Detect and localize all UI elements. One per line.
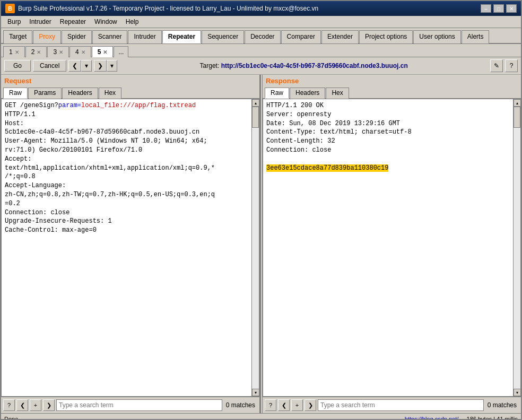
flag-value: 3ee63e15cdace8a77d839ba110380c19	[266, 164, 388, 172]
menu-burp[interactable]: Burp	[3, 17, 25, 27]
cancel-button[interactable]: Cancel	[33, 60, 66, 72]
request-tab-headers[interactable]: Headers	[62, 88, 98, 99]
subtab-1-close[interactable]: ✕	[15, 49, 19, 55]
response-search-next-up[interactable]: +	[291, 399, 303, 411]
subtab-3-close[interactable]: ✕	[59, 49, 63, 55]
subtab-1-label: 1	[9, 48, 13, 56]
tab-user-options[interactable]: User options	[413, 30, 460, 43]
request-search-bar: ? ❮ + ❯ 0 matches	[1, 397, 259, 413]
maximize-button[interactable]: □	[493, 4, 504, 13]
subtab-4[interactable]: 4 ✕	[69, 46, 91, 57]
response-tab-hex[interactable]: Hex	[326, 88, 349, 99]
go-button[interactable]: Go	[4, 60, 31, 72]
request-tab-hex[interactable]: Hex	[99, 88, 121, 99]
subtab-5-close[interactable]: ✕	[103, 49, 107, 55]
tab-extender[interactable]: Extender	[321, 30, 359, 43]
response-search-prev[interactable]: ❮	[278, 399, 290, 411]
forward-button[interactable]: ❯	[94, 60, 107, 72]
menu-intruder[interactable]: Intruder	[25, 17, 55, 27]
tab-alerts[interactable]: Alerts	[462, 30, 490, 43]
menu-repeater[interactable]: Repeater	[56, 17, 90, 27]
response-header: Response	[263, 75, 521, 86]
subtab-5[interactable]: 5 ✕	[92, 46, 114, 57]
subtab-3[interactable]: 3 ✕	[47, 46, 69, 57]
request-tab-params[interactable]: Params	[28, 88, 62, 99]
response-search-input[interactable]	[318, 399, 484, 411]
subtab-4-label: 4	[75, 48, 79, 56]
response-scrollbar[interactable]: ▴ ▾	[513, 99, 520, 396]
request-tab-raw[interactable]: Raw	[3, 88, 28, 99]
edit-target-button[interactable]: ✎	[490, 59, 503, 72]
response-scroll-track[interactable]	[514, 107, 520, 389]
subtab-2-close[interactable]: ✕	[37, 49, 41, 55]
response-scroll-thumb[interactable]	[514, 107, 520, 128]
subtab-5-label: 5	[98, 48, 101, 56]
request-scroll-up[interactable]: ▴	[252, 99, 259, 107]
tab-proxy[interactable]: Proxy	[33, 30, 61, 43]
request-search-matches: 0 matches	[224, 401, 257, 409]
target-url: http://5cb1ec0e-c4a0-4c5f-b967-87d59660c…	[221, 62, 408, 69]
tab-scanner[interactable]: Scanner	[92, 30, 128, 43]
app-icon: B	[5, 4, 15, 13]
request-search-prev[interactable]: ❮	[16, 399, 28, 411]
title-bar: B Burp Suite Professional v1.7.26 - Temp…	[1, 1, 521, 16]
request-scroll-track[interactable]	[252, 107, 259, 389]
request-search-next-up[interactable]: +	[30, 399, 41, 411]
request-scroll-thumb[interactable]	[252, 107, 259, 128]
tab-intruder[interactable]: Intruder	[128, 30, 161, 43]
response-info: 186 bytes | 41 millis	[467, 416, 518, 421]
menu-window[interactable]: Window	[90, 17, 121, 27]
response-pane: Response Raw Headers Hex HTTP/1.1 200 OK…	[263, 75, 521, 413]
back-nav-group: ❮ ▾	[68, 60, 92, 72]
back-button[interactable]: ❮	[68, 60, 81, 72]
response-scroll-down[interactable]: ▾	[514, 389, 521, 396]
response-tab-raw[interactable]: Raw	[265, 88, 289, 99]
response-text[interactable]: HTTP/1.1 200 OK Server: openresty Date: …	[263, 99, 513, 396]
sub-tabs-bar: 1 ✕ 2 ✕ 3 ✕ 4 ✕ 5 ✕ ...	[1, 44, 521, 57]
main-content: Request Raw Params Headers Hex GET /gene…	[1, 75, 521, 413]
tab-sequencer[interactable]: Sequencer	[202, 30, 244, 43]
title-bar-left: B Burp Suite Professional v1.7.26 - Temp…	[5, 4, 318, 13]
back-dropdown-button[interactable]: ▾	[81, 60, 92, 72]
tab-repeater[interactable]: Repeater	[162, 30, 201, 43]
tab-target[interactable]: Target	[3, 30, 32, 43]
toolbar: Go Cancel ❮ ▾ ❯ ▾ Target: http://5cb1ec0…	[1, 57, 521, 75]
status-left: Done	[4, 416, 18, 421]
request-search-help[interactable]: ?	[3, 399, 15, 411]
request-header: Request	[1, 75, 259, 86]
subtab-more[interactable]: ...	[114, 46, 128, 57]
forward-nav-group: ❯ ▾	[94, 60, 117, 72]
tab-spider[interactable]: Spider	[62, 30, 92, 43]
main-tabs-bar: Target Proxy Spider Scanner Intruder Rep…	[1, 28, 521, 44]
request-search-next-down[interactable]: ❯	[43, 399, 55, 411]
subtab-1[interactable]: 1 ✕	[3, 46, 25, 57]
title-bar-controls: – □ ✕	[481, 4, 517, 13]
tab-decoder[interactable]: Decoder	[245, 30, 280, 43]
forward-dropdown-button[interactable]: ▾	[107, 60, 117, 72]
menu-help[interactable]: Help	[121, 17, 143, 27]
response-search-matches: 0 matches	[485, 401, 519, 409]
menu-bar: Burp Intruder Repeater Window Help	[1, 16, 521, 28]
request-text[interactable]: GET /geneSign?param=local_file:///app/fl…	[2, 99, 251, 396]
subtab-2[interactable]: 2 ✕	[25, 46, 47, 57]
request-body: GET /geneSign?param=local_file:///app/fl…	[1, 99, 259, 397]
target-label: Target:	[200, 62, 221, 69]
request-scrollbar[interactable]: ▴ ▾	[251, 99, 259, 396]
request-search-input[interactable]	[56, 399, 222, 411]
close-button[interactable]: ✕	[506, 4, 517, 13]
subtab-3-label: 3	[53, 48, 57, 56]
subtab-2-label: 2	[31, 48, 35, 56]
minimize-button[interactable]: –	[481, 4, 491, 13]
window-title: Burp Suite Professional v1.7.26 - Tempor…	[18, 5, 318, 12]
response-search-next-down[interactable]: ❯	[304, 399, 316, 411]
response-body: HTTP/1.1 200 OK Server: openresty Date: …	[263, 99, 521, 397]
help-button[interactable]: ?	[505, 59, 518, 72]
tab-comparer[interactable]: Comparer	[281, 30, 321, 43]
response-search-help[interactable]: ?	[265, 399, 276, 411]
response-search-bar: ? ❮ + ❯ 0 matches	[263, 397, 521, 413]
request-scroll-down[interactable]: ▾	[252, 389, 259, 396]
response-tab-headers[interactable]: Headers	[290, 88, 325, 99]
tab-project-options[interactable]: Project options	[359, 30, 413, 43]
subtab-4-close[interactable]: ✕	[81, 49, 85, 55]
response-scroll-up[interactable]: ▴	[514, 99, 521, 107]
